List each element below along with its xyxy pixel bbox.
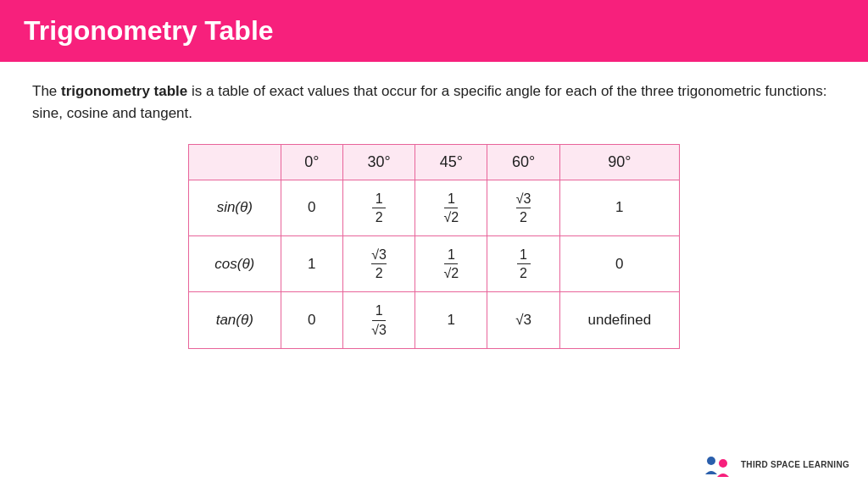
trigonometry-table: 0° 30° 45° 60° 90° sin(θ) 0 1 2 (188, 144, 680, 349)
col-header-0: 0° (281, 144, 342, 180)
table-row-tan: tan(θ) 0 1 √3 1 √3 undefined (189, 292, 680, 348)
row-label-sin: sin(θ) (189, 180, 281, 235)
tsl-logo-icon (700, 447, 734, 481)
sin-60: √3 2 (487, 180, 559, 235)
row-label-cos: cos(θ) (189, 236, 281, 292)
fraction-sqrt3-2-cos: √3 2 (371, 246, 387, 281)
fraction-sqrt3-2-sin: √3 2 (516, 191, 531, 225)
col-header-90: 90° (559, 144, 679, 180)
table-row-cos: cos(θ) 1 √3 2 1 √2 (189, 236, 680, 292)
sin-45: 1 √2 (415, 180, 487, 235)
main-content: The trigonometry table is a table of exa… (0, 62, 868, 366)
table-row-sin: sin(θ) 0 1 2 1 √2 (189, 180, 680, 235)
tan-0: 0 (281, 292, 342, 348)
tan-45: 1 (415, 292, 487, 348)
fraction-1-2: 1 2 (372, 191, 386, 225)
footer-logo: THIRD SPACE LEARNING (700, 447, 849, 481)
description-paragraph: The trigonometry table is a table of exa… (32, 80, 836, 125)
col-header-45: 45° (415, 144, 487, 180)
cos-0: 1 (281, 236, 342, 292)
col-header-60: 60° (487, 144, 559, 180)
cos-90: 0 (559, 236, 679, 292)
table-header-row: 0° 30° 45° 60° 90° (189, 144, 680, 180)
svg-point-0 (707, 457, 715, 465)
tan-60: √3 (487, 292, 559, 348)
svg-point-1 (719, 459, 727, 468)
cos-60: 1 2 (487, 236, 559, 292)
fraction-1-sqrt2-sin: 1 √2 (443, 191, 459, 225)
col-header-30: 30° (342, 144, 415, 180)
brand-name: THIRD SPACE LEARNING (741, 459, 849, 470)
tan-30: 1 √3 (342, 292, 415, 348)
page-header: Trigonometry Table (0, 0, 868, 62)
page-title: Trigonometry Table (24, 15, 844, 47)
sin-30: 1 2 (342, 180, 415, 235)
sin-0: 0 (281, 180, 342, 235)
cos-45: 1 √2 (415, 236, 487, 292)
fraction-1-sqrt3-tan: 1 √3 (371, 302, 387, 337)
tan-90: undefined (559, 292, 679, 348)
table-wrapper: 0° 30° 45° 60° 90° sin(θ) 0 1 2 (32, 144, 836, 349)
fraction-1-sqrt2-cos: 1 √2 (443, 246, 459, 281)
fraction-1-2-cos: 1 2 (517, 246, 531, 281)
sin-90: 1 (559, 180, 679, 235)
row-label-tan: tan(θ) (189, 292, 281, 348)
bold-term: trigonometry table (61, 83, 187, 99)
cos-30: √3 2 (342, 236, 415, 292)
col-header-empty (189, 144, 281, 180)
